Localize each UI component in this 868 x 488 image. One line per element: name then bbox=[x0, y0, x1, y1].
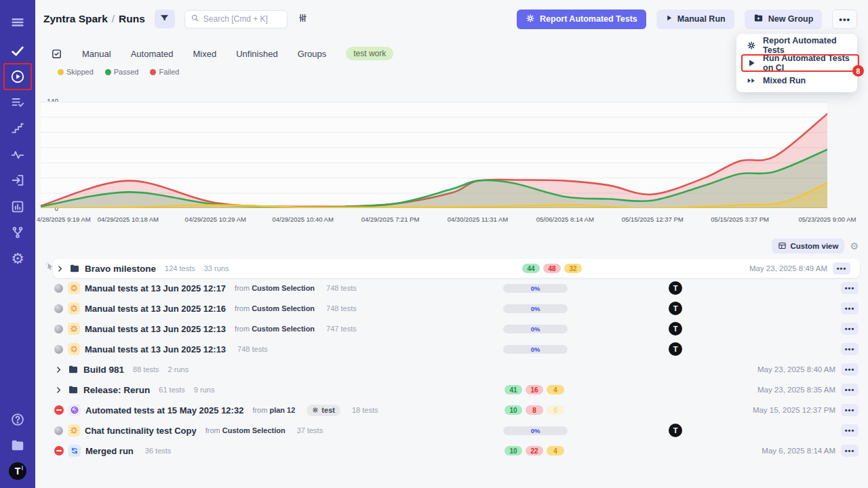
row-tests-count: 37 tests bbox=[297, 426, 323, 434]
double-play-icon bbox=[747, 76, 756, 85]
row-title[interactable]: Release: Rerun bbox=[83, 385, 150, 395]
sidebar-item-settings-gear[interactable]: ⚙ bbox=[0, 246, 35, 272]
custom-view-button[interactable]: Custom view bbox=[772, 239, 845, 253]
assignee-avatar[interactable]: T bbox=[669, 342, 682, 356]
run-row[interactable]: Automated tests at 15 May 2025 12:32from… bbox=[35, 400, 868, 420]
sidebar-item-analytics[interactable] bbox=[0, 194, 35, 220]
view-toolbar: Custom view ⚙ bbox=[772, 239, 859, 253]
more-actions-button[interactable]: ••• bbox=[832, 9, 857, 29]
legend-item-passed[interactable]: Passed bbox=[105, 68, 139, 76]
sidebar-item-tests-check[interactable] bbox=[0, 38, 35, 64]
legend-item-skipped[interactable]: Skipped bbox=[58, 68, 94, 76]
row-title[interactable]: Manual tests at 13 Jun 2025 12:16 bbox=[85, 304, 226, 314]
search-settings-button[interactable] bbox=[296, 12, 311, 26]
assignee-avatar[interactable]: T bbox=[669, 281, 682, 295]
sidebar-item-pulse[interactable] bbox=[0, 142, 35, 167]
row-tests-count: 748 tests bbox=[326, 284, 357, 292]
breadcrumb-project[interactable]: Zyntra Spark bbox=[43, 13, 108, 24]
expand-chevron-icon[interactable] bbox=[54, 386, 63, 394]
menu-item-mixed-run[interactable]: Mixed Run bbox=[736, 72, 857, 89]
row-more-button[interactable]: ••• bbox=[841, 302, 859, 314]
search-input[interactable] bbox=[203, 14, 278, 24]
tab-mixed[interactable]: Mixed bbox=[193, 49, 217, 59]
row-more-button[interactable]: ••• bbox=[841, 343, 859, 355]
row-date: May 6, 2025 8:14 AM bbox=[762, 447, 835, 455]
row-more-button[interactable]: ••• bbox=[841, 404, 859, 416]
select-checkbox-icon[interactable] bbox=[51, 48, 62, 60]
tab-manual[interactable]: Manual bbox=[82, 49, 111, 59]
run-row[interactable]: Merged run36 tests10224May 6, 2025 8:14 … bbox=[35, 441, 868, 461]
row-more-button[interactable]: ••• bbox=[841, 282, 859, 294]
row-more-button[interactable]: ••• bbox=[841, 363, 859, 375]
row-more-button[interactable]: ••• bbox=[841, 424, 859, 436]
new-group-button[interactable]: New Group bbox=[745, 9, 823, 29]
row-title[interactable]: Merged run bbox=[85, 446, 134, 456]
x-tick-label: 05/15/2025 12:37 PM bbox=[612, 216, 693, 223]
view-settings-gear-icon[interactable]: ⚙ bbox=[850, 241, 859, 251]
menu-item-run-automated-tests-on-ci[interactable]: Run Automated Tests on CI8 bbox=[736, 54, 857, 72]
row-date: May 23, 2025 8:35 AM bbox=[757, 386, 835, 394]
tab-automated[interactable]: Automated bbox=[131, 49, 174, 59]
expand-chevron-icon[interactable] bbox=[54, 365, 63, 374]
row-title[interactable]: Automated tests at 15 May 2025 12:32 bbox=[85, 405, 243, 415]
result-badges: 41164 bbox=[505, 385, 564, 394]
header: Zyntra Spark/Runs Report Automated Tests… bbox=[35, 8, 868, 30]
in-progress-icon bbox=[68, 343, 80, 355]
report-automated-tests-button[interactable]: Report Automated Tests bbox=[517, 9, 646, 29]
row-meta: 33 runs bbox=[204, 264, 229, 272]
assignee-avatar[interactable]: T bbox=[669, 322, 682, 336]
run-row[interactable]: Manual tests at 13 Jun 2025 12:13748 tes… bbox=[35, 339, 868, 359]
row-title[interactable]: Manual tests at 13 Jun 2025 12:17 bbox=[85, 283, 226, 293]
runs-area-chart bbox=[41, 102, 827, 209]
assignee-avatar[interactable]: T bbox=[669, 424, 682, 437]
expand-chevron-icon[interactable] bbox=[56, 264, 64, 273]
assignee-avatar[interactable]: T bbox=[669, 302, 682, 315]
row-tests-count: 748 tests bbox=[237, 345, 268, 353]
row-more-button[interactable]: ••• bbox=[841, 384, 859, 396]
branches-icon bbox=[10, 225, 25, 240]
manual-run-button[interactable]: Manual Run bbox=[656, 9, 734, 29]
run-row[interactable]: Chat functinality test Copyfrom Custom S… bbox=[35, 420, 868, 441]
menu-item-report-automated-tests[interactable]: Report Automated Tests bbox=[736, 37, 857, 54]
group-row[interactable]: Release: Rerun61 tests9 runs41164May 23,… bbox=[35, 380, 868, 400]
row-more-button[interactable]: ••• bbox=[841, 445, 859, 457]
run-row[interactable]: Manual tests at 13 Jun 2025 12:17from Cu… bbox=[35, 278, 868, 298]
row-more-button[interactable]: ••• bbox=[841, 323, 859, 335]
sliders-icon bbox=[298, 13, 308, 26]
row-meta: 9 runs bbox=[194, 386, 215, 394]
sidebar-item-menu[interactable] bbox=[0, 9, 35, 35]
group-row[interactable]: Build 98188 tests2 runsMay 23, 2025 8:40… bbox=[35, 359, 868, 380]
row-tests-count: 748 tests bbox=[326, 304, 357, 312]
result-badges: 444832 bbox=[522, 264, 582, 273]
row-title[interactable]: Manual tests at 13 Jun 2025 12:13 bbox=[85, 324, 226, 334]
row-more-button[interactable]: ••• bbox=[833, 262, 850, 274]
row-title[interactable]: Chat functinality test Copy bbox=[85, 426, 197, 436]
sidebar-item-milestones-stairs[interactable] bbox=[0, 115, 35, 141]
filter-tag-badge[interactable]: test work bbox=[346, 47, 393, 60]
tab-groups[interactable]: Groups bbox=[298, 49, 327, 59]
run-row[interactable]: Manual tests at 13 Jun 2025 12:16from Cu… bbox=[35, 298, 868, 319]
ellipsis-icon: ••• bbox=[839, 14, 850, 24]
x-tick-label: 04/29/2025 10:18 AM bbox=[87, 216, 169, 223]
badge-red: 48 bbox=[543, 264, 561, 273]
run-row[interactable]: Manual tests at 13 Jun 2025 12:13from Cu… bbox=[35, 319, 868, 339]
row-tag-badge[interactable]: test bbox=[307, 405, 340, 416]
row-title[interactable]: Bravo milestone bbox=[85, 264, 156, 274]
sidebar-item-plans-list[interactable] bbox=[0, 89, 35, 115]
in-progress-icon bbox=[68, 424, 80, 436]
tab-unfinished[interactable]: Unfinished bbox=[236, 49, 277, 59]
legend-item-failed[interactable]: Failed bbox=[150, 68, 179, 76]
sidebar-item-runs-play[interactable] bbox=[0, 64, 35, 89]
group-row[interactable]: Bravo milestone124 tests33 runs444832May… bbox=[53, 259, 860, 278]
row-tests-count: 36 tests bbox=[145, 447, 172, 455]
sidebar-item-help[interactable] bbox=[0, 407, 35, 432]
row-title[interactable]: Manual tests at 13 Jun 2025 12:13 bbox=[85, 344, 226, 354]
sidebar-item-import[interactable] bbox=[0, 167, 35, 193]
report-gear-icon bbox=[526, 14, 535, 25]
sidebar-item-projects-folder[interactable] bbox=[0, 432, 35, 458]
filter-button[interactable] bbox=[155, 9, 175, 28]
sidebar-item-branches[interactable] bbox=[0, 220, 35, 245]
search-box[interactable] bbox=[184, 10, 288, 28]
sidebar-item-profile-avatar[interactable]: T bbox=[0, 458, 35, 484]
row-title[interactable]: Build 981 bbox=[83, 365, 124, 375]
